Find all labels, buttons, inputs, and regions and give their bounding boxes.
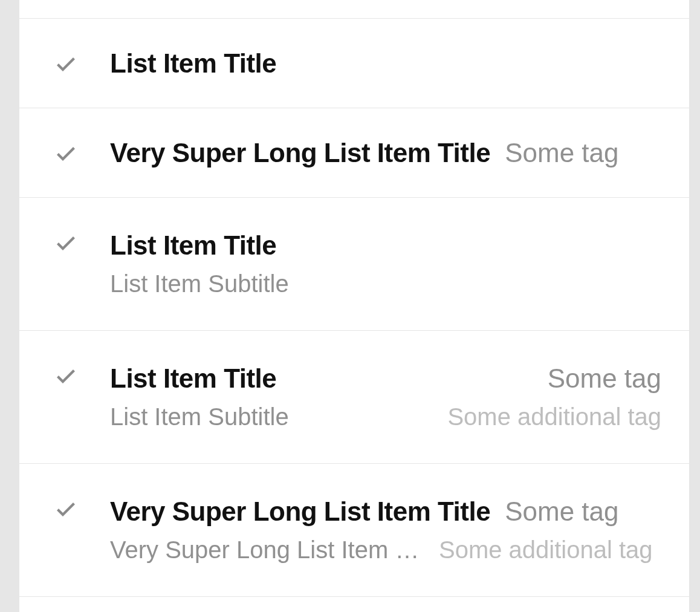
list-item-tag: Some tag (505, 138, 618, 168)
list-item-title: List Item Title (110, 363, 276, 394)
list-item-subtitle: List Item Subtitle (110, 403, 289, 431)
check-icon (51, 51, 81, 76)
list-item-title: List Item Title (110, 230, 276, 261)
list-item[interactable]: List Item Title (19, 19, 689, 108)
list-item-title: Very Super Long List Item Title (110, 496, 490, 527)
list-item-content: List Item Title List Item Subtitle (110, 198, 661, 330)
list-item-spacer (19, 597, 689, 612)
list-item-content: Very Super Long List Item Title Some tag (110, 108, 661, 197)
list-item-subtitle: Very Super Long List Item Subtitle (110, 536, 424, 564)
list-item-tag: Some tag (505, 496, 618, 527)
list-item-tag: Some tag (533, 363, 661, 394)
list-item-spacer (19, 0, 689, 19)
list-container: List Item Title Very Super Long List Ite… (19, 0, 689, 612)
check-icon (51, 141, 81, 165)
list-item-title: Very Super Long List Item Title (110, 138, 490, 168)
list-item-subtag: Some additional tag (433, 403, 661, 431)
list-item[interactable]: Very Super Long List Item Title Some tag… (19, 464, 689, 597)
list-item[interactable]: Very Super Long List Item Title Some tag (19, 108, 689, 198)
check-icon (51, 363, 81, 388)
list-item-content: List Item Title (110, 19, 661, 108)
list-item-subtitle: List Item Subtitle (110, 270, 289, 298)
list-item-content: List Item Title Some tag List Item Subti… (110, 331, 661, 463)
list-item[interactable]: List Item Title List Item Subtitle (19, 198, 689, 331)
list-item[interactable]: List Item Title Some tag List Item Subti… (19, 331, 689, 464)
check-icon (51, 230, 81, 255)
check-icon (51, 496, 81, 521)
list-item-title: List Item Title (110, 48, 276, 79)
list-item-content: Very Super Long List Item Title Some tag… (110, 464, 661, 596)
list-item-subtag: Some additional tag (439, 536, 653, 564)
